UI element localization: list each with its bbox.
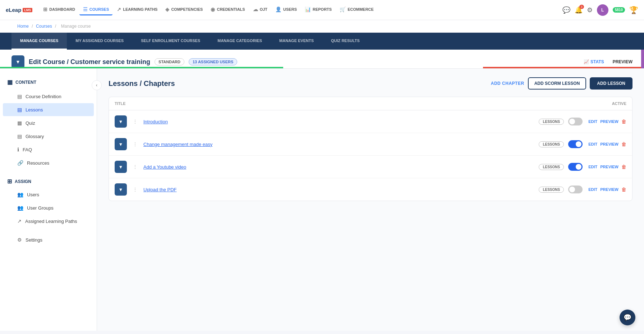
sidebar-item-users[interactable]: 👥 Users [3, 188, 94, 201]
tab-manage-events[interactable]: Manage Events [271, 33, 322, 50]
drag-handle-3[interactable]: ⋮ [133, 164, 138, 170]
preview-link-1[interactable]: PREVIEW [600, 119, 618, 124]
preview-link-3[interactable]: PREVIEW [600, 165, 618, 169]
edit-link-3[interactable]: EDIT [588, 165, 597, 169]
nav-item-credentials[interactable]: ◉ Credentials [207, 4, 248, 15]
header-actions: 📈 STATS PREVIEW [584, 59, 632, 64]
lesson-toggle-2[interactable] [568, 140, 583, 148]
tab-self-enrollment[interactable]: Self Enrollment Courses [132, 33, 209, 50]
credentials-icon: ◉ [211, 6, 215, 12]
sidebar-header: ▦ CONTENT ‹ [0, 76, 97, 88]
delete-icon-3[interactable]: 🗑 [621, 164, 626, 170]
lesson-toggle-4[interactable] [568, 186, 583, 193]
main-layout: ▦ CONTENT ‹ ▤ Course Definition ▤ Lesson… [0, 69, 644, 331]
lesson-actions-4: EDIT PREVIEW 🗑 [568, 186, 626, 193]
tab-bar: Manage Courses My Assigned Courses Self … [0, 33, 644, 50]
lesson-expand-button-1[interactable]: ▼ [115, 115, 127, 128]
lesson-name-2[interactable]: Change management made easy [143, 142, 534, 147]
avatar[interactable]: L [597, 4, 608, 16]
settings-gear-icon[interactable]: ⚙ [587, 6, 593, 14]
lesson-name-1[interactable]: Introduction [143, 119, 534, 124]
lesson-name-4[interactable]: Upload the PDF [143, 187, 534, 192]
course-definition-icon: ▤ [17, 93, 22, 99]
add-chapter-button[interactable]: ADD CHAPTER [491, 81, 524, 86]
notification-bell[interactable]: 🔔 3 [575, 6, 583, 14]
sidebar-item-assigned-learning-paths[interactable]: ↗ Assigned Learning Paths [3, 215, 94, 228]
nav-item-competencies[interactable]: ◈ Competencies [162, 4, 206, 15]
trophy-icon: 🏆 [629, 6, 638, 14]
lessons-table: TITLE ACTIVE ▼ ⋮ Introduction LESSONS ED… [109, 97, 632, 201]
sidebar-item-quiz[interactable]: ▦ Quiz [3, 116, 94, 129]
lesson-expand-button-2[interactable]: ▼ [115, 138, 127, 150]
nav-items: ⊞ Dashboard ☰ Courses ↗ Learning Paths ◈… [40, 4, 561, 15]
breadcrumb-home[interactable]: Home [17, 24, 29, 29]
stats-icon: 📈 [584, 59, 589, 64]
drag-handle-2[interactable]: ⋮ [133, 141, 138, 147]
points-badge: 5810 [613, 7, 625, 13]
progress-bar [0, 67, 644, 68]
tab-quiz-results[interactable]: Quiz Results [322, 33, 368, 50]
nav-item-ecommerce[interactable]: 🛒 Ecommerce [336, 4, 377, 15]
lesson-expand-button-3[interactable]: ▼ [115, 161, 127, 173]
tab-my-assigned-courses[interactable]: My Assigned Courses [67, 33, 132, 50]
lesson-tag-2: LESSONS [539, 141, 564, 147]
table-row: ▼ ⋮ Add a Youtube video LESSONS EDIT PRE… [109, 156, 632, 178]
chat-fab-button[interactable]: 💬 [620, 310, 635, 325]
nav-item-ojt[interactable]: ☁ OJT [249, 4, 271, 15]
nav-item-reports[interactable]: 📊 Reports [301, 4, 335, 15]
breadcrumb-courses[interactable]: Courses [36, 24, 52, 29]
sidebar-item-course-definition[interactable]: ▤ Course Definition [3, 90, 94, 103]
lesson-expand-button-4[interactable]: ▼ [115, 183, 127, 196]
drag-handle-1[interactable]: ⋮ [133, 119, 138, 124]
preview-link[interactable]: PREVIEW [613, 59, 632, 64]
lesson-toggle-3[interactable] [568, 163, 583, 171]
edit-course-header: ▼ Edit Course / Customer service trainin… [0, 50, 644, 69]
tab-manage-courses[interactable]: Manage Courses [12, 33, 67, 50]
reports-icon: 📊 [305, 6, 311, 12]
lesson-tag-4: LESSONS [539, 187, 564, 193]
stats-link[interactable]: 📈 STATS [584, 59, 604, 64]
lesson-toggle-1[interactable] [568, 118, 583, 125]
sidebar-item-settings[interactable]: ⚙ Settings [3, 233, 94, 246]
nav-item-users[interactable]: 👤 Users [272, 4, 300, 15]
resources-icon: 🔗 [17, 160, 23, 166]
lesson-tag-1: LESSONS [539, 119, 564, 125]
preview-link-2[interactable]: PREVIEW [600, 142, 618, 146]
preview-link-4[interactable]: PREVIEW [600, 187, 618, 192]
courses-icon: ☰ [83, 6, 88, 12]
sidebar-item-glossary[interactable]: ▤ Glossary [3, 130, 94, 143]
sidebar-item-faq[interactable]: ℹ FAQ [3, 143, 94, 156]
delete-icon-1[interactable]: 🗑 [621, 119, 626, 124]
delete-icon-4[interactable]: 🗑 [621, 187, 626, 192]
edit-course-title: Edit Course / Customer service training [29, 58, 150, 66]
content-section-title: ▦ CONTENT [0, 76, 97, 88]
drag-handle-4[interactable]: ⋮ [133, 187, 138, 192]
sidebar-item-resources[interactable]: 🔗 Resources [3, 156, 94, 169]
content-icon: ▦ [7, 79, 13, 86]
nav-item-courses[interactable]: ☰ Courses [79, 4, 112, 15]
competencies-icon: ◈ [165, 6, 169, 12]
nav-item-learning-paths[interactable]: ↗ Learning Paths [113, 4, 161, 15]
top-navigation: eLeap LMS ⊞ Dashboard ☰ Courses ↗ Learni… [0, 0, 644, 20]
chat-icon[interactable]: 💬 [562, 6, 570, 14]
tab-manage-categories[interactable]: Manage Categories [209, 33, 271, 50]
lesson-actions-2: EDIT PREVIEW 🗑 [568, 140, 626, 148]
edit-link-1[interactable]: EDIT [588, 119, 597, 124]
breadcrumb-current: Manage course [61, 24, 91, 29]
edit-link-4[interactable]: EDIT [588, 187, 597, 192]
sidebar-collapse-button[interactable]: ‹ [92, 80, 102, 90]
user-groups-icon: 👥 [17, 205, 23, 211]
logo[interactable]: eLeap LMS [6, 7, 32, 13]
edit-link-2[interactable]: EDIT [588, 142, 597, 146]
collapse-button[interactable]: ▼ [12, 55, 24, 68]
lesson-name-3[interactable]: Add a Youtube video [143, 164, 534, 170]
lesson-edit-preview-2: EDIT PREVIEW 🗑 [588, 141, 626, 147]
ecommerce-icon: 🛒 [340, 6, 346, 12]
sidebar-item-lessons[interactable]: ▤ Lessons [3, 103, 94, 116]
nav-item-dashboard[interactable]: ⊞ Dashboard [40, 4, 79, 15]
sidebar-item-user-groups[interactable]: 👥 User Groups [3, 201, 94, 214]
add-scorm-button[interactable]: ADD SCORM LESSON [528, 77, 586, 90]
add-lesson-button[interactable]: ADD LESSON [590, 77, 632, 90]
main-content-area: Lessons / Chapters ADD CHAPTER ADD SCORM… [97, 69, 644, 331]
delete-icon-2[interactable]: 🗑 [621, 141, 626, 147]
